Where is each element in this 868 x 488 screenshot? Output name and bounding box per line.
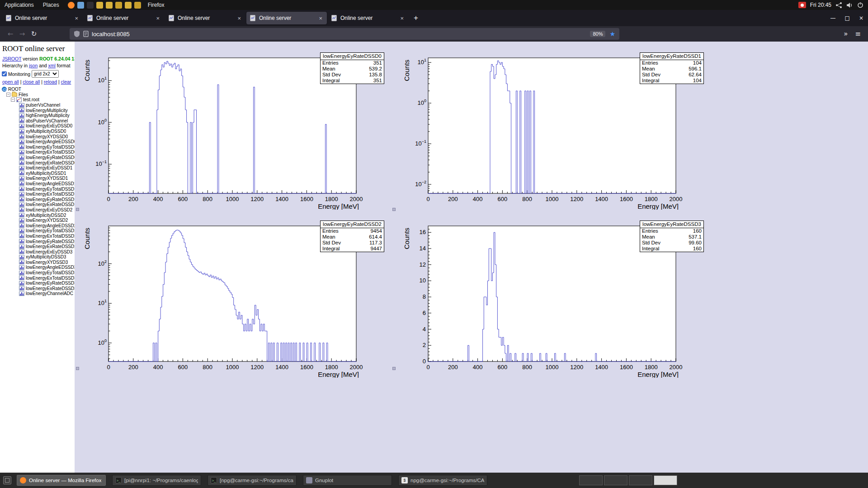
- tab-close-icon[interactable]: ×: [73, 15, 80, 22]
- tree-item-files[interactable]: − Files: [0, 92, 75, 98]
- tree-item[interactable]: lowEnergyXYDSSD2: [0, 218, 75, 223]
- tree-item[interactable]: lowEnergyAngleEDSSD2: [0, 223, 75, 228]
- hamburger-menu-icon[interactable]: ≡: [855, 30, 861, 38]
- jsroot-link[interactable]: JSROOT: [2, 56, 21, 61]
- browser-tab[interactable]: Online server×: [246, 12, 327, 24]
- collapse-icon[interactable]: −: [6, 93, 10, 97]
- page-info-icon[interactable]: [83, 31, 89, 37]
- pad-resize-handle[interactable]: [392, 367, 396, 370]
- pad-resize-handle[interactable]: [392, 208, 396, 211]
- forward-button[interactable]: →: [16, 28, 28, 40]
- tree-item[interactable]: lowEnergyExRateDSSD3: [0, 286, 75, 291]
- power-icon[interactable]: [857, 2, 863, 8]
- taskbar-button[interactable]: >_[pi@nnrpi1: ~/Programs/caenlogger]: [112, 475, 201, 486]
- browser-tab[interactable]: Online server×: [165, 12, 245, 24]
- root-app-1-launcher-icon[interactable]: [96, 2, 103, 9]
- action-link-close-all[interactable]: close all: [23, 79, 40, 84]
- workspace-4[interactable]: [654, 475, 677, 485]
- reload-button[interactable]: ↻: [28, 28, 40, 40]
- tree-item[interactable]: lowEnergyExTotalDSSD2: [0, 234, 75, 239]
- tree-item[interactable]: xyMultiplicityDSSD1: [0, 171, 75, 176]
- tree-item[interactable]: lowEnergyEyRateDSSD0: [0, 155, 75, 160]
- places-menu[interactable]: Places: [38, 2, 64, 8]
- monitoring-checkbox[interactable]: [2, 71, 7, 76]
- tree-item[interactable]: lowEnergyEyTotalDSSD0: [0, 145, 75, 150]
- browser-tab[interactable]: Online server×: [328, 12, 408, 24]
- firefox-launcher-icon[interactable]: [68, 2, 75, 9]
- pad-resize-handle[interactable]: [76, 208, 79, 211]
- stats-box-dssd0[interactable]: lowEnergyEyRateDSSD0 Entries351 Mean539.…: [320, 52, 384, 84]
- action-link-clear[interactable]: clear: [61, 79, 71, 84]
- action-link-reload[interactable]: reload: [44, 79, 57, 84]
- tree-item[interactable]: lowEnergyExEyDSSD1: [0, 165, 75, 171]
- url-text[interactable]: localhost:8085: [92, 31, 590, 38]
- show-desktop-button[interactable]: [3, 476, 11, 484]
- taskbar-button[interactable]: Gnuplot: [303, 475, 392, 486]
- root-app-5-launcher-icon[interactable]: [134, 2, 141, 9]
- network-icon[interactable]: [835, 2, 842, 9]
- tab-close-icon[interactable]: ×: [399, 15, 405, 22]
- tree-item[interactable]: pulserVsChannel: [0, 103, 75, 108]
- tree-item[interactable]: lowEnergyExRateDSSD2: [0, 244, 75, 249]
- taskbar-button[interactable]: Online server — Mozilla Firefox: [17, 475, 106, 486]
- tree-item[interactable]: lowEnergyMultiplicity: [0, 108, 75, 113]
- tree-item[interactable]: lowEnergyEyRateDSSD1: [0, 197, 75, 202]
- file-manager-launcher-icon[interactable]: [77, 2, 84, 9]
- collapse-icon[interactable]: −: [11, 98, 15, 102]
- browser-tab[interactable]: Online server×: [2, 12, 83, 24]
- tree-item[interactable]: absPulserVsChannel: [0, 118, 75, 124]
- tree-item[interactable]: lowEnergyExEyDSSD2: [0, 207, 75, 213]
- tree-item-root[interactable]: ROOT: [0, 87, 75, 92]
- maximize-button[interactable]: □: [845, 15, 850, 21]
- tree-item[interactable]: lowEnergyAngleEDSSD0: [0, 139, 75, 145]
- stats-box-dssd2[interactable]: lowEnergyEyRateDSSD2 Entries9454 Mean614…: [320, 221, 384, 252]
- tab-close-icon[interactable]: ×: [155, 15, 161, 22]
- workspace-1[interactable]: [579, 475, 603, 485]
- back-button[interactable]: ←: [5, 28, 16, 40]
- tree-item[interactable]: lowEnergyEyRateDSSD2: [0, 239, 75, 244]
- taskbar-button[interactable]: >_[npg@carme-gsi:~/Programs/caenlo...: [208, 475, 297, 486]
- stats-box-dssd1[interactable]: lowEnergyEyRateDSSD1 Entries104 Mean596.…: [640, 52, 704, 84]
- action-link-open-all[interactable]: open all: [2, 79, 19, 84]
- applications-menu[interactable]: Applications: [0, 2, 38, 8]
- tree-item[interactable]: lowEnergyAngleEDSSD1: [0, 181, 75, 187]
- workspace-2[interactable]: [604, 475, 627, 485]
- tree-item[interactable]: lowEnergyExEyDSSD0: [0, 123, 75, 129]
- bookmark-star-icon[interactable]: ★: [609, 30, 615, 38]
- tree-item[interactable]: lowEnergyExEyDSSD3: [0, 249, 75, 254]
- terminal-launcher-icon[interactable]: [87, 2, 94, 9]
- new-tab-button[interactable]: +: [409, 14, 423, 23]
- tree-item[interactable]: lowEnergyEyTotalDSSD3: [0, 270, 75, 276]
- tree-item[interactable]: lowEnergyAngleEDSSD3: [0, 265, 75, 270]
- tree-item[interactable]: xyMultiplicityDSSD0: [0, 129, 75, 134]
- tree-item[interactable]: highEnergyMultiplicity: [0, 113, 75, 118]
- tab-close-icon[interactable]: ×: [317, 15, 324, 22]
- tree-item[interactable]: lowEnergyExRateDSSD0: [0, 160, 75, 165]
- grid-layout-select[interactable]: grid 2x2: [32, 70, 59, 78]
- volume-icon[interactable]: [846, 2, 853, 8]
- shield-icon[interactable]: [74, 30, 80, 38]
- tree-item[interactable]: lowEnergyExTotalDSSD0: [0, 150, 75, 155]
- stats-box-dssd3[interactable]: lowEnergyEyRateDSSD3 Entries160 Mean537.…: [640, 221, 704, 252]
- taskbar-button[interactable]: $npg@carme-gsi:~/Programs/CARME...: [398, 475, 487, 486]
- tree-item[interactable]: lowEnergyExRateDSSD1: [0, 202, 75, 207]
- tree-item[interactable]: xyMultiplicityDSSD3: [0, 254, 75, 260]
- tree-item[interactable]: lowEnergyXYDSSD1: [0, 176, 75, 181]
- browser-tab[interactable]: Online server×: [84, 12, 164, 24]
- url-bar[interactable]: localhost:8085 80% ★: [70, 28, 619, 40]
- root-app-2-launcher-icon[interactable]: [106, 2, 113, 9]
- tree-item[interactable]: lowEnergyExTotalDSSD1: [0, 192, 75, 197]
- minimize-button[interactable]: —: [830, 15, 836, 21]
- tree-item[interactable]: lowEnergyEyTotalDSSD2: [0, 228, 75, 234]
- tree-item[interactable]: xyMultiplicityDSSD2: [0, 212, 75, 218]
- json-link[interactable]: json: [29, 63, 38, 68]
- tree-item[interactable]: lowEnergyEyTotalDSSD1: [0, 186, 75, 192]
- tree-item[interactable]: lowEnergyExTotalDSSD3: [0, 275, 75, 281]
- tab-close-icon[interactable]: ×: [236, 15, 242, 22]
- tree-item[interactable]: lowEnergyChannelADC: [0, 291, 75, 296]
- close-button[interactable]: ×: [859, 15, 863, 21]
- tree-item-file[interactable]: − test.root: [0, 97, 75, 103]
- recording-indicator-icon[interactable]: [798, 2, 806, 8]
- pad-resize-handle[interactable]: [76, 367, 79, 370]
- root-app-3-launcher-icon[interactable]: [115, 2, 122, 9]
